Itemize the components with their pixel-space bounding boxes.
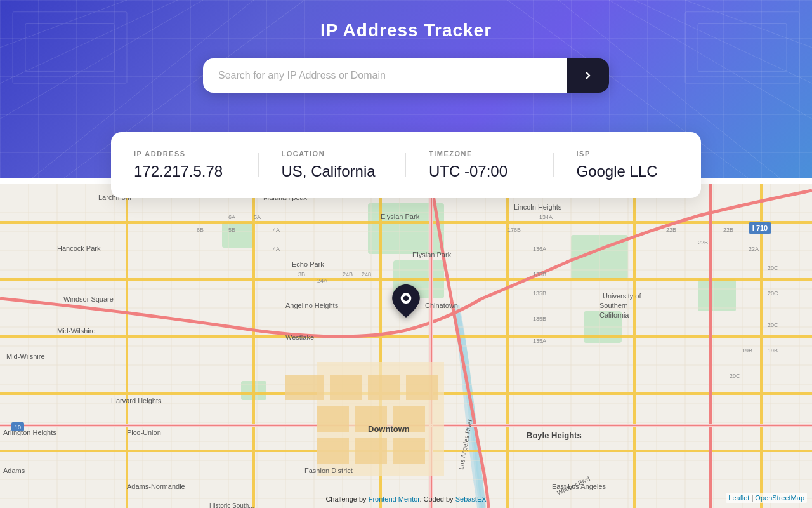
svg-text:University of: University of	[603, 292, 641, 300]
svg-text:6A: 6A	[228, 214, 235, 220]
svg-rect-20	[222, 222, 254, 248]
svg-text:Angelino Heights: Angelino Heights	[285, 302, 339, 309]
isp-value: Google LLC	[577, 163, 679, 180]
svg-text:Westlake: Westlake	[285, 333, 314, 341]
isp-label: ISP	[577, 150, 679, 157]
svg-text:Windsor Square: Windsor Square	[63, 295, 114, 303]
timezone-value: UTC -07:00	[429, 163, 531, 180]
location-value: US, California	[282, 163, 384, 180]
challenge-text: Challenge by Frontend Mentor. Coded by S…	[325, 495, 486, 503]
svg-text:6B: 6B	[197, 227, 204, 233]
svg-text:136B: 136B	[533, 271, 546, 277]
challenge-prefix: Challenge by	[325, 495, 368, 503]
svg-text:20C: 20C	[730, 373, 740, 379]
svg-text:Harvard Heights: Harvard Heights	[111, 397, 162, 404]
svg-text:I 710: I 710	[752, 224, 768, 232]
svg-text:Lincoln Heights: Lincoln Heights	[514, 203, 562, 211]
search-button[interactable]	[567, 58, 609, 93]
svg-text:3B: 3B	[298, 271, 305, 277]
svg-text:24B: 24B	[343, 271, 353, 277]
svg-text:Elysian Park: Elysian Park	[381, 213, 420, 220]
svg-text:5B: 5B	[228, 227, 235, 233]
map-marker	[390, 284, 422, 320]
svg-text:135A: 135A	[533, 338, 546, 344]
svg-text:176B: 176B	[508, 227, 521, 233]
timezone-label: TIMEZONE	[429, 150, 531, 157]
svg-text:22B: 22B	[698, 239, 708, 246]
info-card: IP ADDRESS 172.217.5.78 LOCATION US, Cal…	[111, 132, 701, 198]
svg-text:Southern: Southern	[599, 302, 628, 309]
svg-rect-89	[406, 375, 438, 400]
svg-text:20C: 20C	[768, 290, 778, 297]
svg-text:20C: 20C	[768, 265, 778, 271]
map-attribution: Leaflet | OpenStreetMap	[726, 493, 807, 503]
svg-text:Fashion District: Fashion District	[304, 467, 353, 474]
svg-text:135B: 135B	[533, 316, 546, 322]
svg-text:19B: 19B	[768, 347, 778, 354]
svg-rect-94	[355, 438, 387, 464]
svg-rect-90	[317, 406, 349, 432]
leaflet-link[interactable]: Leaflet	[728, 494, 749, 502]
coder-link[interactable]: SebastEX	[455, 495, 487, 503]
svg-text:Chinatown: Chinatown	[425, 302, 458, 309]
svg-rect-95	[393, 438, 425, 464]
svg-text:Adams-Normandie: Adams-Normandie	[127, 483, 185, 490]
svg-text:4A: 4A	[273, 246, 280, 252]
svg-rect-86	[285, 375, 324, 400]
map-container[interactable]: Larchmont Hancock Park Windsor Square Mi…	[0, 184, 812, 508]
isp-item: ISP Google LLC	[554, 150, 702, 180]
svg-text:Arlington Heights: Arlington Heights	[3, 429, 56, 436]
ip-address-item: IP ADDRESS 172.217.5.78	[111, 150, 259, 180]
svg-text:Pico-Union: Pico-Union	[127, 429, 161, 436]
svg-text:Echo Park: Echo Park	[292, 260, 324, 268]
svg-text:20C: 20C	[768, 322, 778, 328]
svg-text:22B: 22B	[723, 227, 733, 233]
page-title: IP Address Tracker	[0, 20, 812, 41]
svg-text:22B: 22B	[666, 227, 676, 233]
location-label: LOCATION	[282, 150, 384, 157]
osm-link[interactable]: OpenStreetMap	[755, 494, 804, 502]
location-item: LOCATION US, California	[259, 150, 407, 180]
svg-text:Adams: Adams	[3, 467, 25, 474]
svg-point-161	[403, 296, 409, 301]
svg-text:10: 10	[15, 424, 21, 431]
map-section: Larchmont Hancock Park Windsor Square Mi…	[0, 184, 812, 508]
search-input[interactable]	[203, 58, 567, 93]
ip-label: IP ADDRESS	[134, 150, 236, 157]
arrow-right-icon	[582, 70, 594, 81]
svg-text:248: 248	[362, 271, 371, 277]
svg-rect-88	[368, 375, 400, 400]
svg-text:134A: 134A	[539, 214, 553, 220]
svg-text:Boyle Heights: Boyle Heights	[527, 431, 582, 440]
svg-text:Elysian Park: Elysian Park	[412, 251, 452, 258]
ip-value: 172.217.5.78	[134, 163, 236, 180]
svg-text:5A: 5A	[254, 214, 261, 220]
svg-rect-22	[698, 279, 736, 311]
svg-rect-87	[330, 375, 362, 400]
svg-text:Downtown: Downtown	[368, 424, 410, 434]
search-form	[203, 58, 609, 93]
svg-text:19B: 19B	[742, 347, 752, 354]
svg-rect-93	[317, 438, 349, 464]
svg-text:Historic South...: Historic South...	[209, 502, 254, 508]
svg-text:4A: 4A	[273, 227, 280, 233]
svg-text:136A: 136A	[533, 246, 546, 252]
svg-text:Mid-Wilshire: Mid-Wilshire	[6, 352, 45, 360]
frontend-mentor-link[interactable]: Frontend Mentor	[369, 495, 420, 503]
svg-text:22A: 22A	[749, 246, 759, 252]
svg-text:24A: 24A	[317, 277, 327, 284]
coded-by-text: . Coded by	[419, 495, 455, 503]
svg-text:California: California	[599, 311, 629, 319]
timezone-item: TIMEZONE UTC -07:00	[406, 150, 554, 180]
svg-text:Mid-Wilshire: Mid-Wilshire	[57, 327, 96, 335]
svg-text:135B: 135B	[533, 290, 546, 297]
svg-text:Hancock Park: Hancock Park	[57, 244, 101, 252]
